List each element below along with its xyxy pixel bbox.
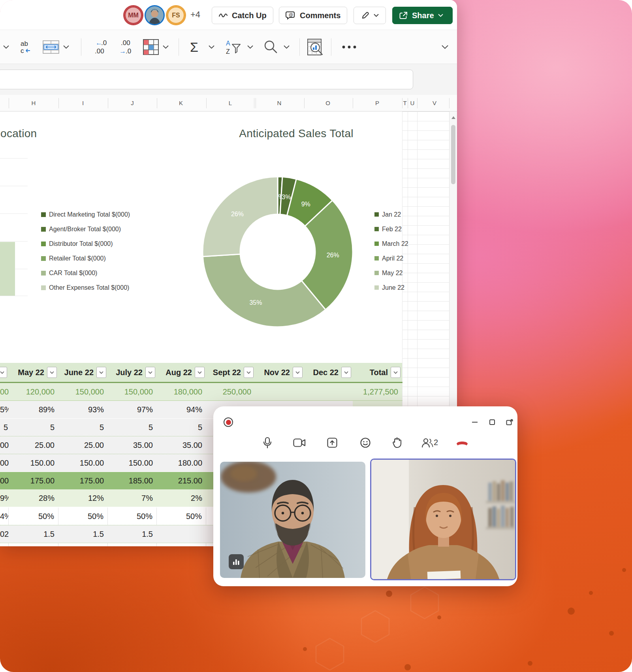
table-cell[interactable]: 1.5 (108, 525, 157, 543)
table-cell[interactable]: 150.00 (9, 454, 58, 472)
table-cell[interactable]: 150.00 (58, 454, 108, 472)
column-header-P[interactable]: P (375, 95, 379, 111)
table-cell[interactable]: 35.00 (157, 436, 206, 454)
catch-up-button[interactable]: Catch Up (212, 7, 273, 24)
filter-dropdown-button[interactable] (391, 367, 401, 378)
table-cell[interactable]: 7% (108, 489, 157, 507)
wrap-text-button[interactable]: ab c (18, 39, 34, 55)
column-header-U[interactable]: U (410, 95, 415, 111)
column-header-K[interactable]: K (179, 95, 183, 111)
table-cell[interactable]: 35.00 (108, 436, 157, 454)
table-cell[interactable]: 50% (9, 508, 58, 525)
filter-dropdown-button[interactable] (145, 367, 155, 378)
autosum-button[interactable]: Σ (188, 39, 201, 55)
table-cell[interactable]: 00 (0, 383, 9, 400)
table-cell[interactable]: 180.00 (157, 454, 206, 472)
table-cell[interactable]: 4% (0, 508, 9, 525)
filter-dropdown-button[interactable] (244, 367, 254, 378)
table-cell[interactable]: 5% (0, 401, 9, 418)
scrollbar-thumb[interactable] (451, 125, 455, 184)
filter-dropdown-button[interactable] (0, 367, 7, 378)
table-cell[interactable] (9, 543, 58, 546)
table-cell[interactable]: 02 (0, 525, 9, 543)
share-screen-button[interactable] (324, 434, 341, 451)
raise-hand-button[interactable] (389, 434, 406, 451)
conditional-formatting-button[interactable] (143, 39, 159, 55)
avatar[interactable]: MM (124, 6, 142, 24)
table-cell[interactable]: 00 (0, 454, 9, 472)
table-cell[interactable]: 00 (0, 436, 9, 454)
column-header-O[interactable]: O (325, 95, 330, 111)
share-button[interactable]: Share (392, 7, 453, 24)
edit-mode-button[interactable] (354, 7, 386, 24)
more-commands-button[interactable] (340, 45, 358, 49)
table-cell[interactable]: 1,277,500 (353, 383, 402, 400)
avatar[interactable]: FS (167, 6, 185, 24)
camera-button[interactable] (291, 434, 308, 451)
table-cell[interactable]: 175.00 (58, 472, 108, 489)
filter-dropdown-button[interactable] (293, 367, 303, 378)
sort-filter-chevron[interactable] (247, 45, 253, 49)
ribbon-group-chevron[interactable] (3, 45, 9, 49)
table-cell[interactable]: 25.00 (58, 436, 108, 454)
table-cell[interactable]: 1.5 (58, 525, 108, 543)
popout-button[interactable] (506, 418, 514, 426)
filter-dropdown-button[interactable] (195, 367, 205, 378)
table-cell[interactable]: 50% (157, 508, 206, 525)
video-tile-participant-1[interactable] (220, 462, 365, 578)
autosum-chevron[interactable] (209, 45, 214, 49)
table-cell[interactable]: 215.00 (157, 472, 206, 489)
table-cell[interactable]: 89% (9, 401, 58, 418)
table-cell[interactable]: 1.5 (9, 525, 58, 543)
scroll-up-icon[interactable] (451, 116, 455, 119)
table-cell[interactable]: 5 (58, 419, 108, 436)
table-cell[interactable]: 5 (157, 419, 206, 436)
donut-chart[interactable]: 1%3%9%26%35%26% (199, 173, 357, 331)
merge-cells-button[interactable] (43, 40, 59, 54)
table-cell[interactable]: 97% (108, 401, 157, 418)
table-cell[interactable]: 175.00 (9, 472, 58, 489)
column-header-I[interactable]: I (82, 95, 84, 111)
column-header-T[interactable]: T (403, 95, 406, 111)
table-cell[interactable]: 50% (58, 508, 108, 525)
mic-button[interactable] (259, 434, 276, 451)
analyze-data-button[interactable] (307, 38, 324, 56)
column-header-N[interactable]: N (277, 95, 282, 111)
table-cell[interactable]: 5 (9, 419, 58, 436)
table-cell[interactable] (157, 525, 206, 543)
table-cell[interactable]: 50% (108, 508, 157, 525)
table-cell[interactable]: 9% (0, 489, 9, 507)
table-cell[interactable] (0, 543, 9, 546)
table-cell[interactable] (255, 383, 304, 400)
video-tile-participant-2[interactable] (370, 459, 516, 580)
maximize-button[interactable] (488, 418, 496, 426)
table-cell[interactable]: 150.00 (108, 454, 157, 472)
table-cell[interactable]: 2% (157, 489, 206, 507)
table-cell[interactable]: 180,000 (157, 383, 206, 400)
increase-decimal-button[interactable]: .00 →.0 (115, 38, 136, 56)
column-header-V[interactable]: V (433, 95, 436, 111)
minimize-button[interactable] (471, 418, 479, 426)
formula-bar-input[interactable] (0, 70, 413, 89)
table-cell[interactable]: 25.00 (9, 436, 58, 454)
table-cell[interactable]: 150,000 (58, 383, 108, 400)
table-cell[interactable]: 93% (58, 401, 108, 418)
table-cell[interactable]: 5 (108, 419, 157, 436)
table-cell[interactable]: 00 (0, 472, 9, 489)
table-cell[interactable] (304, 383, 353, 400)
avatar-photo[interactable] (146, 6, 164, 24)
merge-options-chevron[interactable] (63, 45, 69, 49)
table-cell[interactable]: 94% (157, 401, 206, 418)
conditional-formatting-chevron[interactable] (163, 45, 169, 49)
reactions-button[interactable] (357, 434, 374, 451)
column-header-H[interactable]: H (32, 95, 36, 111)
table-cell[interactable]: 120,000 (9, 383, 58, 400)
table-cell[interactable] (157, 543, 206, 546)
filter-dropdown-button[interactable] (47, 367, 57, 378)
decrease-decimal-button[interactable]: ←.0 .00 (89, 38, 110, 56)
hangup-button[interactable] (453, 434, 471, 451)
comments-button[interactable]: @ Comments (279, 7, 347, 24)
table-cell[interactable] (58, 543, 108, 546)
collapse-ribbon-button[interactable] (442, 45, 448, 49)
table-cell[interactable]: 250,000 (206, 383, 255, 400)
